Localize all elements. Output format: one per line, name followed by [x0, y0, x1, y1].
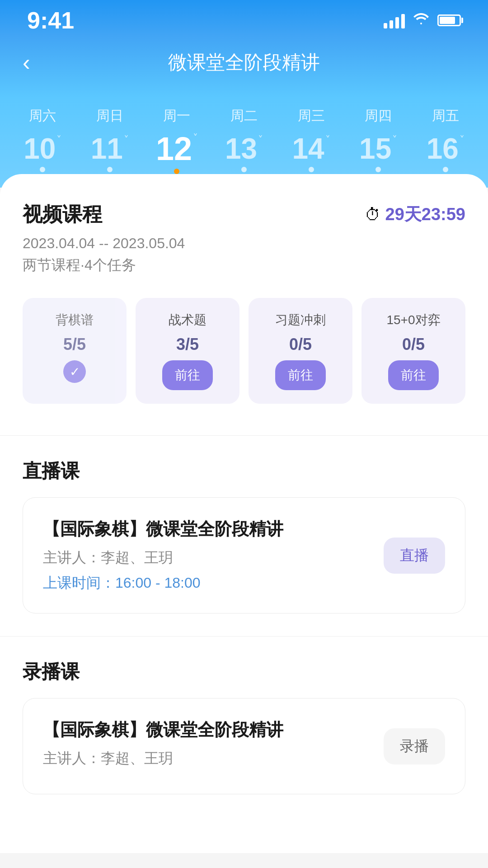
day-number-item[interactable]: 12˅	[143, 132, 211, 174]
battery-icon	[437, 14, 461, 26]
task-card: 15+0对弈0/5前往	[361, 298, 465, 404]
day-number-item[interactable]: 14˅	[277, 134, 345, 172]
day-number-item[interactable]: 10˅	[9, 134, 76, 172]
check-icon: ✓	[63, 360, 86, 383]
day-number: 16	[427, 134, 459, 163]
day-label: 周一	[143, 107, 211, 125]
record-course-teacher: 主讲人：李超、王玥	[43, 749, 384, 769]
day-dot-icon	[241, 167, 247, 172]
live-course-time: 上课时间：16:00 - 18:00	[43, 573, 384, 593]
day-number-item[interactable]: 13˅	[211, 134, 278, 172]
day-caret-icon: ˅	[258, 134, 263, 146]
task-card-name: 15+0对弈	[386, 311, 440, 329]
live-course-content: 【国际象棋】微课堂全阶段精讲 主讲人：李超、王玥 上课时间：16:00 - 18…	[43, 518, 384, 593]
day-caret-icon: ˅	[56, 134, 61, 146]
record-section-title: 录播课	[23, 659, 465, 684]
status-bar: 9:41	[0, 0, 488, 36]
task-card-progress: 0/5	[289, 335, 312, 354]
day-label: 周六	[9, 107, 76, 125]
task-card: 习题冲刺0/5前往	[249, 298, 352, 404]
header: ‹ 微课堂全阶段精讲	[0, 36, 488, 98]
record-course-content: 【国际象棋】微课堂全阶段精讲 主讲人：李超、王玥	[43, 718, 384, 774]
divider-2	[0, 636, 488, 637]
day-number: 12	[156, 132, 192, 165]
task-grid: 背棋谱5/5✓战术题3/5前往习题冲刺0/5前往15+0对弈0/5前往	[23, 298, 465, 404]
day-caret-icon: ˅	[193, 132, 198, 144]
day-dot-icon	[443, 167, 448, 172]
video-section-title: 视频课程	[23, 201, 102, 228]
video-section-header: 视频课程 ⏱ 29天23:59	[23, 201, 465, 228]
timer-text: 29天23:59	[385, 203, 465, 226]
day-number-item[interactable]: 15˅	[345, 134, 412, 172]
day-caret-icon: ˅	[460, 134, 465, 146]
divider-1	[0, 435, 488, 436]
task-card-progress: 3/5	[176, 335, 199, 354]
task-goto-button[interactable]: 前往	[275, 360, 326, 390]
main-content: 视频课程 ⏱ 29天23:59 2023.04.04 -- 2023.05.04…	[0, 174, 488, 853]
task-card-name: 背棋谱	[56, 311, 94, 329]
day-label: 周三	[277, 107, 345, 125]
day-number-item[interactable]: 16˅	[412, 134, 479, 172]
day-label: 周四	[345, 107, 412, 125]
day-label: 周五	[412, 107, 479, 125]
day-label: 周日	[76, 107, 144, 125]
record-course-title: 【国际象棋】微课堂全阶段精讲	[43, 718, 384, 741]
wifi-icon	[413, 12, 429, 29]
task-card-name: 习题冲刺	[275, 311, 326, 329]
live-section-title: 直播课	[23, 458, 465, 484]
day-caret-icon: ˅	[325, 134, 330, 146]
record-button[interactable]: 录播	[384, 728, 445, 764]
task-goto-button[interactable]: 前往	[388, 360, 439, 390]
status-time: 9:41	[27, 7, 74, 34]
task-goto-button[interactable]: 前往	[162, 360, 213, 390]
day-number: 14	[292, 134, 324, 163]
live-button[interactable]: 直播	[384, 538, 445, 574]
timer-badge: ⏱ 29天23:59	[365, 203, 465, 226]
live-course-title: 【国际象棋】微课堂全阶段精讲	[43, 518, 384, 541]
day-dot-icon	[375, 167, 381, 172]
record-course-card: 【国际象棋】微课堂全阶段精讲 主讲人：李超、王玥 录播	[23, 698, 465, 794]
task-card-progress: 0/5	[402, 335, 425, 354]
live-course-teacher: 主讲人：李超、王玥	[43, 548, 384, 568]
live-course-card: 【国际象棋】微课堂全阶段精讲 主讲人：李超、王玥 上课时间：16:00 - 18…	[23, 497, 465, 613]
day-number: 11	[91, 134, 123, 163]
task-card-progress: 5/5	[63, 335, 86, 354]
day-label: 周二	[211, 107, 278, 125]
day-labels: 周六周日周一周二周三周四周五	[0, 107, 488, 132]
day-dot-icon	[107, 167, 113, 172]
task-card: 背棋谱5/5✓	[23, 298, 127, 404]
signal-icon	[384, 12, 405, 28]
day-dot-icon	[309, 167, 314, 172]
day-caret-icon: ˅	[392, 134, 397, 146]
date-range: 2023.04.04 -- 2023.05.04	[23, 235, 465, 252]
day-caret-icon: ˅	[124, 134, 129, 146]
day-dot-icon	[174, 169, 179, 174]
day-number-item[interactable]: 11˅	[76, 134, 144, 172]
page-title: 微课堂全阶段精讲	[168, 50, 320, 75]
timer-icon: ⏱	[365, 205, 381, 224]
status-icons	[384, 12, 461, 29]
day-number: 13	[225, 134, 257, 163]
task-count: 两节课程·4个任务	[23, 255, 465, 275]
day-number: 10	[23, 134, 56, 163]
task-card: 战术题3/5前往	[136, 298, 239, 404]
task-card-name: 战术题	[169, 311, 206, 329]
day-dot-icon	[40, 167, 45, 172]
back-button[interactable]: ‹	[23, 51, 30, 74]
day-number: 15	[359, 134, 391, 163]
